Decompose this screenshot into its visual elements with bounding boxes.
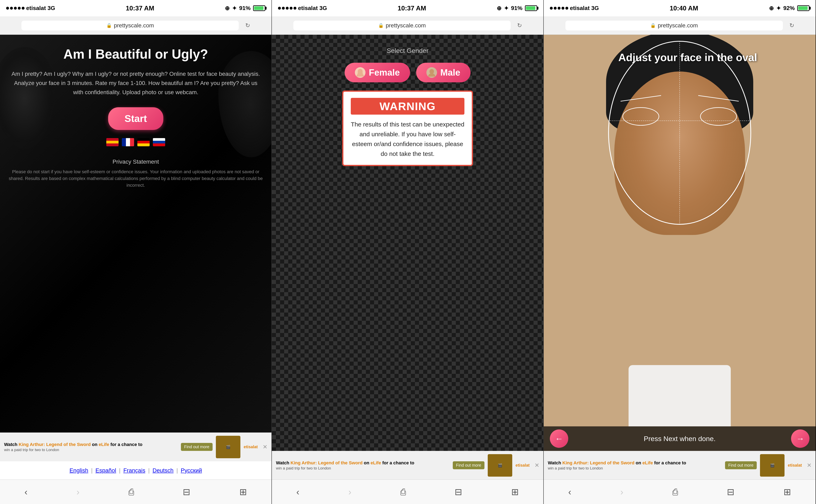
carrier-2: etisalat 3G [278,5,327,11]
ad-title-1: Watch King Arthur: Legend of the Sword o… [4,442,178,448]
flag-russia[interactable] [153,138,165,146]
press-next-text: Press Next when done. [644,435,716,443]
lang-sep-4: | [176,467,178,474]
ad-text-3: Watch King Arthur: Legend of the Sword o… [548,460,722,470]
screen1-text-block: Am I Beautiful or Ugly? Am I pretty? Am … [0,35,271,146]
lang-russian[interactable]: Русский [178,467,205,474]
share-button-1[interactable]: ⎙ [124,485,138,499]
location-icon-2: ⊕ [497,5,502,12]
lang-sep-3: | [148,467,150,474]
forward-button-3[interactable]: › [616,485,628,499]
location-icon-3: ⊕ [769,5,774,12]
battery-percent-3: 92% [783,5,795,11]
lang-espanol[interactable]: Español [93,467,119,474]
male-button[interactable]: Male [416,63,471,82]
lang-francais[interactable]: Français [121,467,148,474]
address-content-2[interactable]: 🔒 prettyscale.com [293,21,511,30]
carrier-name-3: etisalat [570,5,590,11]
ad-logo-1: etisalat [244,445,258,449]
dot3 [14,7,17,10]
ad-button-3[interactable]: Find out more [725,461,757,469]
refresh-icon-1[interactable]: ↻ [245,22,250,29]
address-bar-3[interactable]: 🔒 prettyscale.com ↻ [544,16,816,35]
ad-subtitle-2: win a paid trip for two to London [276,466,450,470]
refresh-icon-2[interactable]: ↻ [517,22,522,29]
privacy-text: Please do not start if you have low self… [8,168,263,189]
bookmarks-button-3[interactable]: ⊟ [723,485,739,499]
share-button-3[interactable]: ⎙ [668,485,682,499]
flag-spain[interactable] [106,138,119,146]
ad-close-3[interactable]: ✕ [807,462,812,469]
lock-icon-2: 🔒 [378,23,384,28]
carrier-1: etisalat 3G [6,5,55,11]
bookmarks-button-2[interactable]: ⊟ [451,485,466,499]
lang-english[interactable]: English [67,467,91,474]
bluetooth-icon-2: ✦ [504,5,509,12]
battery-icon-3 [797,5,809,11]
ad-button-2[interactable]: Find out more [453,461,485,469]
signal-dots-3 [550,7,568,10]
forward-button-1[interactable]: › [72,485,84,499]
gender-row: Female Male [344,63,470,82]
gender-label: Select Gender [387,47,429,55]
battery-tip-2 [537,7,539,10]
flag-fr-blue [122,138,126,146]
back-arrow-icon: ← [555,434,563,443]
flag-germany[interactable] [137,138,150,146]
share-button-2[interactable]: ⎙ [396,485,410,499]
signal-dots-2 [278,7,296,10]
battery-percent-2: 91% [511,5,523,11]
back-button-3[interactable]: ‹ [564,485,576,499]
time-1: 10:37 AM [126,4,154,12]
back-button-2[interactable]: ‹ [292,485,303,499]
main-description: Am I pretty? Am I ugly? Why am I ugly? o… [8,69,263,97]
screen3-main: Adjust your face in the oval ← Press Nex… [544,35,816,451]
privacy-title: Privacy Statement [8,159,263,165]
address-bar-2[interactable]: 🔒 prettyscale.com ↻ [272,16,543,35]
female-icon [355,67,365,78]
ad-banner-1: Watch King Arthur: Legend of the Sword o… [0,432,271,461]
location-icon-1: ⊕ [225,5,229,12]
start-button[interactable]: Start [108,107,163,130]
bottom-nav-3: ‹ › ⎙ ⊟ ⊞ [544,479,816,504]
ad-text-2: Watch King Arthur: Legend of the Sword o… [276,460,450,470]
carrier-name-2: etisalat [298,5,318,11]
lang-deutsch[interactable]: Deutsch [150,467,176,474]
ad-subtitle-1: win a paid trip for two to London [4,448,178,452]
bookmarks-button-1[interactable]: ⊟ [179,485,194,499]
ad-button-1[interactable]: Find out more [181,443,212,451]
eye-right-overlay [700,107,737,126]
svg-point-3 [428,73,435,77]
url-text-2: prettyscale.com [386,22,426,29]
tabs-button-3[interactable]: ⊞ [779,485,795,499]
shirt-area [629,365,731,426]
status-right-2: ⊕ ✦ 91% [497,5,537,12]
address-content-1[interactable]: 🔒 prettyscale.com [21,21,238,30]
flag-france[interactable] [122,138,134,146]
next-arrow-button[interactable]: → [791,429,809,448]
ad-close-1[interactable]: ✕ [263,444,267,450]
warning-text: The results of this test can be unexpect… [351,120,465,159]
ad-title-3: Watch King Arthur: Legend of the Sword o… [548,460,722,466]
flag-fr-red [130,138,134,146]
ad-logo-2: etisalat [516,463,530,468]
network-type-3: 3G [591,5,599,11]
face-vertical-line [680,41,680,225]
time-3: 10:40 AM [670,4,698,12]
battery-fill-1 [254,6,263,10]
status-bar-2: etisalat 3G 10:37 AM ⊕ ✦ 91% [272,0,543,16]
network-type-2: 3G [319,5,327,11]
female-button[interactable]: Female [344,63,410,82]
forward-button-2[interactable]: › [344,485,355,499]
time-2: 10:37 AM [397,4,426,12]
address-content-3[interactable]: 🔒 prettyscale.com [565,21,783,30]
tabs-button-1[interactable]: ⊞ [235,485,251,499]
ad-text-1: Watch King Arthur: Legend of the Sword o… [4,442,178,452]
tabs-button-2[interactable]: ⊞ [507,485,523,499]
battery-tip-3 [809,7,811,10]
address-bar-1[interactable]: 🔒 prettyscale.com ↻ [0,16,271,35]
back-button-1[interactable]: ‹ [20,485,32,499]
ad-close-2[interactable]: ✕ [535,462,539,469]
refresh-icon-3[interactable]: ↻ [789,22,794,29]
back-arrow-button[interactable]: ← [550,429,568,448]
